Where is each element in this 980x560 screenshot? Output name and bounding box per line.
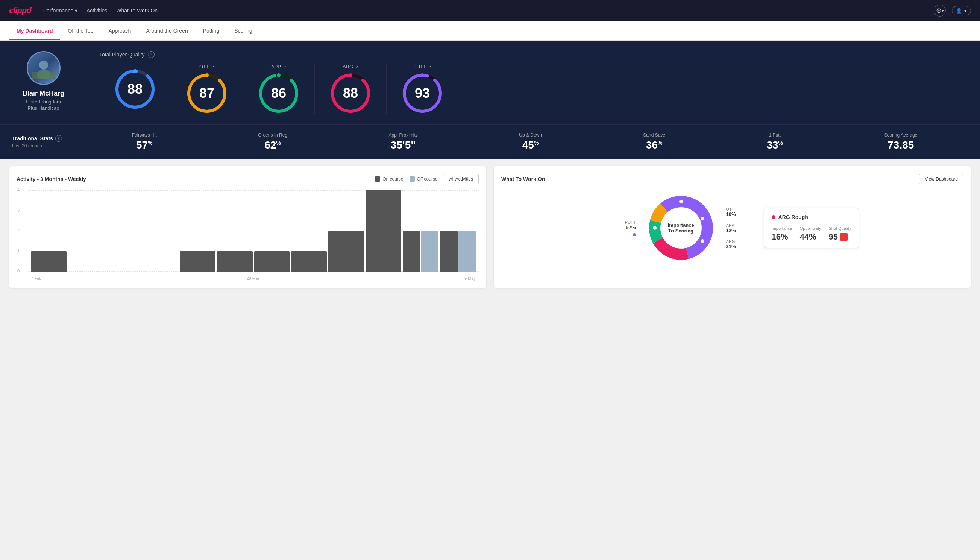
legend-on-course: On course: [375, 177, 403, 182]
svg-point-5: [133, 69, 137, 73]
donut-left-labels: PUTT 57%: [606, 220, 636, 236]
all-activities-button[interactable]: All Activities: [444, 174, 479, 184]
tab-putting[interactable]: Putting: [196, 21, 227, 40]
player-handicap: Plus Handicap: [28, 105, 60, 111]
player-info: Blair McHarg United Kingdom Plus Handica…: [12, 51, 87, 114]
bar-off-course-10: [421, 231, 438, 272]
svg-point-22: [679, 200, 683, 203]
tpq-label: Total Player Quality ?: [99, 51, 968, 58]
app-score-item: APP ↗ 86: [243, 64, 315, 114]
tabs-bar: My Dashboard Off the Tee Approach Around…: [0, 21, 980, 41]
x-label-feb: 7 Feb: [31, 276, 42, 280]
arg-circle: 88: [330, 73, 371, 114]
bar-on-course-11: [440, 231, 457, 272]
chevron-down-icon: ▾: [942, 8, 944, 13]
bar-off-course-11: [458, 231, 476, 272]
tab-my-dashboard[interactable]: My Dashboard: [9, 21, 60, 40]
app-trend-icon: ↗: [283, 64, 286, 70]
legend-off-course: Off course: [409, 177, 438, 182]
putt-label-item: PUTT 57%: [625, 220, 636, 230]
one-putt-stat: 1 Putt 33%: [766, 132, 783, 151]
chart-header: Activity - 3 Months - Weekly On course O…: [17, 174, 479, 184]
arg-score-item: ARG ↗ 88: [315, 64, 387, 114]
putt-score-item: PUTT ↗ 93: [387, 64, 458, 114]
svg-point-11: [277, 73, 281, 77]
bar-group-11: [440, 231, 476, 272]
bar-on-course-9: [366, 190, 401, 272]
nav-items: Performance ▾ Activities What To Work On: [43, 6, 922, 15]
player-name: Blair McHarg: [23, 90, 64, 97]
bar-group-8: [328, 231, 364, 272]
app-label: APP ↗: [271, 64, 286, 70]
tpq-help-icon[interactable]: ?: [148, 51, 155, 58]
bar-group-6: [254, 251, 290, 272]
tab-off-the-tee[interactable]: Off the Tee: [60, 21, 101, 40]
svg-point-23: [700, 217, 704, 220]
donut-center: Importance To Scoring: [668, 222, 694, 233]
on-course-legend-box: [375, 177, 380, 182]
bar-group-5: [217, 251, 253, 272]
bottom-panels: Activity - 3 Months - Weekly On course O…: [0, 159, 980, 296]
opportunity-stat: Opportunity 44%: [800, 226, 821, 242]
arg-score-value: 88: [343, 85, 358, 101]
bar-on-course-0: [31, 251, 67, 272]
traditional-stats-section: Traditional Stats ? Last 20 rounds Fairw…: [0, 125, 980, 159]
putt-label: PUTT ↗: [413, 64, 431, 70]
bar-group-7: [291, 251, 327, 272]
user-menu-button[interactable]: 👤 ▾: [952, 6, 971, 15]
svg-point-17: [421, 73, 424, 77]
detail-card: ARG Rough Importance 16% Opportunity 44%…: [764, 208, 859, 248]
add-button[interactable]: ⊕ ▾: [934, 5, 946, 17]
bar-on-course-8: [328, 231, 364, 272]
sand-save-stat: Sand Save 36%: [643, 132, 665, 151]
tab-around-the-green[interactable]: Around the Green: [138, 21, 195, 40]
nav-activities[interactable]: Activities: [87, 6, 107, 15]
bars-container: [28, 190, 479, 272]
svg-point-0: [39, 60, 48, 70]
score-circles: 88 OTT ↗ 87: [99, 64, 968, 114]
wtw-header: What To Work On View Dashboard: [501, 174, 963, 184]
app-circle: 86: [258, 73, 299, 114]
arg-label: ARG ↗: [343, 64, 358, 70]
main-score-item: 88: [99, 68, 171, 110]
tab-approach[interactable]: Approach: [101, 21, 138, 40]
activity-chart-panel: Activity - 3 Months - Weekly On course O…: [9, 166, 486, 288]
wtw-panel: What To Work On View Dashboard PUTT 57%: [494, 166, 971, 288]
view-dashboard-button[interactable]: View Dashboard: [919, 174, 963, 184]
x-label-mar: 28 Mar: [246, 276, 259, 280]
donut-right-labels: OTT 10% APP 12% ARG 21%: [726, 207, 756, 249]
chart-area: 4 3 2 1 0 7 Feb 28 Mar 9 May: [17, 190, 479, 280]
plus-icon: ⊕: [936, 7, 942, 15]
trad-stat-items: Fairways Hit 57% Greens In Reg 62% App. …: [72, 132, 968, 151]
putt-score-value: 93: [415, 85, 430, 101]
nav-performance[interactable]: Performance ▾: [43, 6, 77, 15]
ott-label-item: OTT 10%: [726, 207, 756, 217]
app-logo: clippd: [9, 6, 31, 15]
trad-stats-title: Traditional Stats ?: [12, 135, 63, 142]
wtw-title: What To Work On: [501, 176, 919, 182]
tab-scoring[interactable]: Scoring: [227, 21, 260, 40]
top-navigation: clippd Performance ▾ Activities What To …: [0, 0, 980, 21]
app-label-item: APP 12%: [726, 223, 756, 233]
detail-card-title: ARG Rough: [772, 214, 851, 220]
svg-rect-2: [32, 72, 55, 79]
avatar: [27, 51, 60, 85]
trad-stats-label: Traditional Stats ? Last 20 rounds: [12, 135, 72, 148]
putt-trend-icon: ↗: [428, 64, 431, 70]
chevron-down-icon: ▾: [75, 8, 77, 13]
bar-on-course-5: [217, 251, 253, 272]
detail-stats: Importance 16% Opportunity 44% Shot Qual…: [772, 226, 851, 242]
app-proximity-stat: App. Proximity 35'5": [389, 132, 418, 151]
nav-what-to-work-on[interactable]: What To Work On: [116, 6, 158, 15]
fairways-hit-stat: Fairways Hit 57%: [132, 132, 157, 151]
ott-label: OTT ↗: [199, 64, 215, 70]
up-down-stat: Up & Down 45%: [519, 132, 542, 151]
scoring-average-stat: Scoring Average 73.85: [884, 132, 917, 151]
app-score-value: 86: [271, 85, 286, 101]
detail-dot: [772, 215, 775, 219]
bar-on-course-6: [254, 251, 290, 272]
trad-stats-help-icon[interactable]: ?: [55, 135, 62, 142]
greens-in-reg-stat: Greens In Reg 62%: [258, 132, 287, 151]
putt-circle: 93: [402, 73, 443, 114]
user-icon: 👤: [956, 8, 962, 13]
